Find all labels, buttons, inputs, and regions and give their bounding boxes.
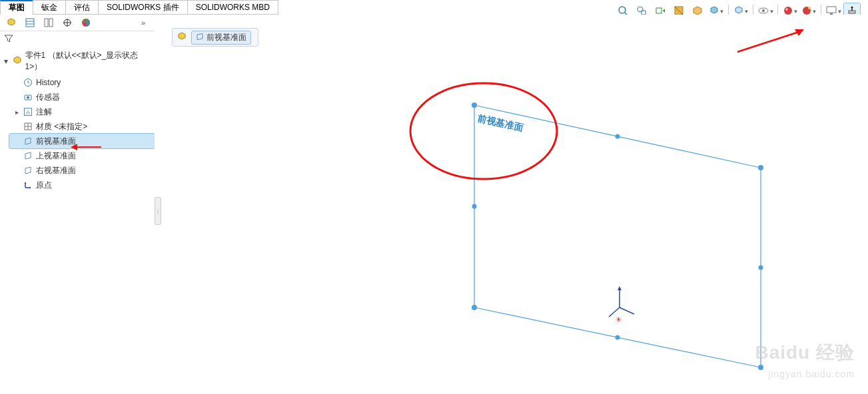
node-label: 传感器 bbox=[36, 92, 60, 103]
tab-label: 钣金 bbox=[41, 2, 57, 13]
tree-node-top-plane[interactable]: ▸上视基准面 bbox=[9, 148, 155, 163]
svg-point-42 bbox=[758, 165, 763, 170]
svg-point-46 bbox=[759, 266, 763, 270]
viewport-svg: 前视基准面 ✳ bbox=[161, 21, 861, 394]
svg-point-2 bbox=[638, 7, 643, 12]
sensor-icon bbox=[23, 92, 33, 102]
svg-line-50 bbox=[620, 307, 634, 314]
tree-node-origin[interactable]: ▸原点 bbox=[9, 178, 155, 192]
chevron-down-icon: ▼ bbox=[769, 9, 773, 13]
property-manager-tab-icon[interactable] bbox=[21, 16, 39, 29]
svg-rect-17 bbox=[26, 19, 34, 27]
material-icon bbox=[23, 121, 33, 132]
tree-root[interactable]: ▾ 零件1 （默认<<默认>_显示状态 1>） bbox=[0, 47, 155, 75]
tree-node-front-plane[interactable]: ▸前视基准面 bbox=[9, 134, 155, 148]
svg-point-41 bbox=[472, 102, 477, 108]
chevron-down-icon: ▼ bbox=[793, 9, 797, 13]
node-label: History bbox=[36, 78, 61, 87]
plane-icon bbox=[23, 136, 33, 146]
svg-point-44 bbox=[758, 365, 763, 370]
svg-point-10 bbox=[785, 8, 788, 11]
history-icon bbox=[23, 77, 33, 88]
tree-node-right-plane[interactable]: ▸右视基准面 bbox=[9, 163, 155, 178]
svg-rect-20 bbox=[45, 19, 48, 27]
ribbon-tab-sheetmetal[interactable]: 钣金 bbox=[33, 0, 66, 15]
feature-tree: ▸History ▸传感器 ▸A注解 ▸材质 <未指定> ▸前视基准面 ▸上视基… bbox=[0, 75, 155, 192]
annotation-circle bbox=[410, 83, 557, 179]
display-manager-tab-icon[interactable] bbox=[77, 16, 95, 29]
svg-rect-4 bbox=[656, 8, 661, 13]
chevron-down-icon: ▼ bbox=[744, 9, 748, 13]
svg-point-12 bbox=[808, 7, 811, 9]
chevron-down-icon: ▼ bbox=[719, 9, 723, 13]
panel-toolbar: » bbox=[0, 15, 155, 31]
svg-point-9 bbox=[784, 7, 792, 15]
filter-row bbox=[0, 31, 155, 47]
chevron-down-icon: ▼ bbox=[812, 9, 816, 13]
svg-point-0 bbox=[619, 7, 626, 13]
annotation-icon: A bbox=[23, 106, 33, 117]
svg-point-48 bbox=[616, 335, 620, 340]
twistie-icon[interactable]: ▸ bbox=[13, 108, 20, 116]
svg-point-28 bbox=[27, 97, 29, 99]
part-icon bbox=[12, 55, 23, 68]
feature-manager-tab-icon[interactable] bbox=[3, 16, 20, 29]
tab-label: SOLIDWORKS MBD bbox=[196, 3, 270, 12]
svg-rect-13 bbox=[827, 7, 836, 13]
plane-icon bbox=[23, 150, 33, 161]
svg-point-43 bbox=[472, 305, 477, 310]
tab-label: 评估 bbox=[74, 2, 90, 13]
ribbon-tab-sketch[interactable]: 草图 bbox=[0, 0, 33, 15]
configuration-manager-tab-icon[interactable] bbox=[40, 16, 57, 29]
svg-text:A: A bbox=[26, 109, 30, 116]
dimxpert-tab-icon[interactable] bbox=[59, 16, 76, 29]
svg-rect-21 bbox=[49, 19, 53, 27]
splitter-handle[interactable]: ⋮ bbox=[155, 197, 161, 225]
ribbon-tab-mbd[interactable]: SOLIDWORKS MBD bbox=[187, 0, 278, 15]
graphics-area[interactable]: 前视基准面 前视基准面 ✳ bbox=[155, 15, 868, 394]
root-label: 零件1 （默认<<默认>_显示状态 1>） bbox=[25, 50, 152, 73]
node-label: 原点 bbox=[36, 180, 52, 191]
origin-icon bbox=[23, 180, 33, 190]
tab-label: SOLIDWORKS 插件 bbox=[107, 2, 179, 13]
tree-node-material[interactable]: ▸材质 <未指定> bbox=[9, 119, 155, 134]
tree-node-annotations[interactable]: ▸A注解 bbox=[9, 104, 155, 119]
plane-label-3d: 前视基准面 bbox=[476, 112, 524, 132]
panel-expand-icon[interactable]: » bbox=[135, 16, 152, 29]
node-label: 上视基准面 bbox=[36, 150, 76, 162]
svg-text:✳: ✳ bbox=[616, 315, 622, 323]
filter-icon[interactable] bbox=[4, 34, 13, 45]
svg-rect-15 bbox=[849, 11, 855, 13]
node-label: 前视基准面 bbox=[36, 136, 76, 147]
plane-icon bbox=[23, 165, 33, 176]
tab-label: 草图 bbox=[9, 2, 25, 13]
ribbon-tab-evaluate[interactable]: 评估 bbox=[65, 0, 99, 15]
svg-point-47 bbox=[472, 204, 477, 209]
node-label: 注解 bbox=[36, 106, 52, 118]
chevron-down-icon: ▼ bbox=[837, 9, 841, 13]
svg-point-45 bbox=[616, 134, 620, 139]
svg-point-8 bbox=[762, 9, 765, 12]
tree-node-sensors[interactable]: ▸传感器 bbox=[9, 90, 155, 104]
ribbon-tab-addins[interactable]: SOLIDWORKS 插件 bbox=[98, 0, 188, 15]
node-label: 右视基准面 bbox=[36, 165, 76, 176]
tree-node-history[interactable]: ▸History bbox=[9, 75, 155, 90]
feature-manager-panel: » ▾ 零件1 （默认<<默认>_显示状态 1>） ▸History ▸传感器 … bbox=[0, 15, 155, 394]
twistie-icon[interactable]: ▾ bbox=[3, 57, 9, 66]
node-label: 材质 <未指定> bbox=[36, 121, 87, 132]
